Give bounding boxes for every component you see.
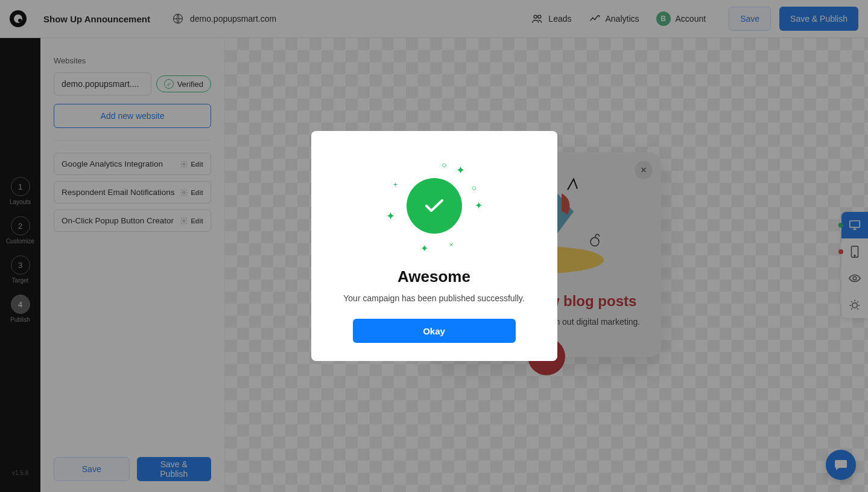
success-modal: ○ ✦ ✦ × ✦ ✦ + ○ Awesome Your campaign ha… [311,131,557,361]
sparkle-icon: ○ [442,160,446,170]
sparkle-icon: ✦ [420,243,428,254]
modal-text: Your campaign has been published success… [329,293,539,303]
sparkle-icon: + [393,181,398,189]
modal-overlay[interactable]: ○ ✦ ✦ × ✦ ✦ + ○ Awesome Your campaign ha… [0,0,868,492]
sparkle-icon: ✦ [386,209,395,223]
okay-button[interactable]: Okay [353,319,516,343]
success-illustration: ○ ✦ ✦ × ✦ ✦ + ○ [386,158,483,254]
sparkle-icon: ✦ [456,164,465,177]
sparkle-icon: ✦ [475,200,483,211]
sparkle-icon: ○ [471,183,476,193]
sparkle-icon: × [449,241,453,248]
modal-title: Awesome [329,267,539,286]
check-circle-icon [407,178,462,234]
